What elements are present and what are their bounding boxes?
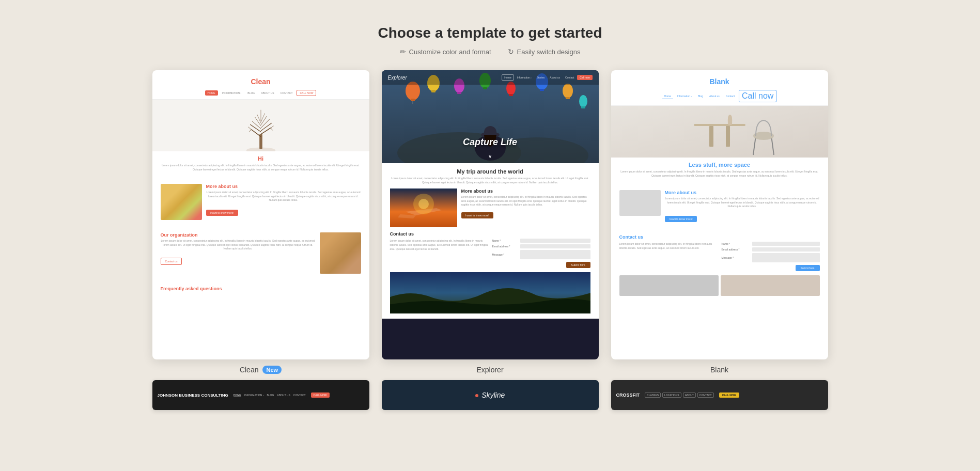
- explorer-landscape-image: [390, 272, 590, 313]
- blank-bottom-images: [611, 275, 828, 300]
- page-container: Choose a template to get started ✏ Custo…: [0, 0, 980, 471]
- blank-message-textarea[interactable]: [752, 253, 820, 262]
- explorer-about-text: More about us Lorem ipsum dolor sit amet…: [461, 189, 590, 227]
- svg-rect-46: [709, 126, 713, 147]
- clean-macarons-image: [161, 184, 202, 220]
- blank-message-label: Message *: [722, 256, 750, 259]
- explorer-name-input[interactable]: [520, 239, 590, 243]
- crossfit-nav-about: ABOUT: [683, 392, 696, 398]
- clean-nav-blog[interactable]: BLOG: [245, 90, 257, 96]
- blank-contact-section: Contact us Lorem ipsum dolor sit amet, c…: [611, 230, 828, 275]
- blank-more-about-section: More about us Lorem ipsum dolor sit amet…: [611, 186, 828, 230]
- explorer-hero: Explorer Home Information › Stories Abou…: [382, 70, 599, 163]
- explorer-message-row: Message *: [492, 250, 590, 259]
- blank-more-about-title: More about us: [665, 190, 820, 195]
- bottom-skyline-thumb[interactable]: Skyline: [382, 380, 599, 410]
- clean-nav-contact[interactable]: CONTACT: [278, 90, 295, 96]
- svg-point-42: [418, 199, 429, 209]
- explorer-contact-lorem: Lorem ipsum dolor sit amet, consectetur …: [390, 239, 488, 268]
- explorer-nav-items: Home Information › Stories About us Cont…: [502, 74, 592, 81]
- tree-illustration: [245, 107, 276, 151]
- explorer-contact-right: Name * Email address * Message *: [492, 239, 590, 268]
- skyline-dot: [475, 394, 478, 397]
- svg-point-33: [563, 84, 573, 98]
- clean-nav-home[interactable]: HOME: [205, 90, 218, 96]
- blank-know-more-button[interactable]: I want to know more!: [665, 216, 697, 222]
- clean-org-section: Our organization Lorem ipsum dolor sit a…: [152, 228, 369, 282]
- explorer-nav-stories[interactable]: Stories: [535, 75, 547, 80]
- explorer-preview[interactable]: Explorer Home Information › Stories Abou…: [382, 70, 599, 359]
- blank-email-label: Email address *: [722, 248, 750, 251]
- blank-nav-about[interactable]: About us: [707, 93, 722, 99]
- explorer-message-textarea[interactable]: [520, 250, 590, 259]
- svg-rect-28: [483, 87, 487, 89]
- crossfit-brand: CROSSFIT: [616, 392, 640, 398]
- explorer-nav-contact[interactable]: Contact: [563, 75, 576, 80]
- svg-rect-47: [726, 126, 730, 147]
- clean-nav-call[interactable]: CALL NOW: [297, 90, 316, 96]
- clean-more-about-section: More about us Lorem ipsum dolor sit amet…: [152, 180, 369, 228]
- bottom-clean-nav-blog: BLOG: [267, 394, 274, 397]
- clean-label[interactable]: Clean New: [240, 366, 282, 374]
- header: Choose a template to get started ✏ Custo…: [378, 0, 602, 70]
- clean-know-more-button[interactable]: I want to know more!: [206, 210, 238, 216]
- blank-name-label: Name *: [722, 242, 750, 245]
- blank-label-text: Blank: [710, 366, 728, 374]
- explorer-nav-call[interactable]: Call now: [577, 75, 592, 80]
- explorer-navbar: Explorer Home Information › Stories Abou…: [382, 70, 599, 85]
- clean-hi-lorem: Lorem ipsum dolor sit amet, consectetur …: [161, 164, 361, 171]
- clean-preview[interactable]: Clean HOME INFORMATION › BLOG ABOUT US C…: [152, 70, 369, 359]
- blank-nav-home[interactable]: Home: [662, 93, 673, 99]
- clean-new-badge: New: [262, 366, 282, 374]
- explorer-label[interactable]: Explorer: [476, 366, 503, 374]
- svg-line-16: [270, 128, 272, 131]
- explorer-label-text: Explorer: [476, 366, 503, 374]
- explorer-template-column: Explorer Home Information › Stories Abou…: [382, 70, 599, 374]
- svg-line-4: [250, 124, 261, 132]
- blank-contact-form: Lorem ipsum dolor sit amet, consectetur …: [619, 242, 820, 271]
- bottom-clean-nav-information: INFORMATION ›: [244, 394, 264, 397]
- svg-rect-30: [509, 94, 513, 96]
- blank-nav-contact[interactable]: Contact: [724, 93, 737, 99]
- blank-submit-button[interactable]: Submit form: [796, 265, 820, 271]
- pencil-icon: ✏: [400, 48, 406, 56]
- clean-nav-about[interactable]: ABOUT US: [259, 90, 276, 96]
- clean-more-about-text: More about us Lorem ipsum dolor sit amet…: [206, 184, 361, 216]
- svg-line-5: [261, 123, 272, 131]
- svg-rect-32: [540, 89, 544, 91]
- clean-two-col-1: More about us Lorem ipsum dolor sit amet…: [161, 184, 361, 220]
- explorer-submit-button[interactable]: Submit form: [566, 262, 590, 268]
- bottom-crossfit-thumb[interactable]: CROSSFIT CLASSES LOCATIONS ABOUT CONTACT…: [611, 380, 828, 410]
- svg-rect-26: [457, 92, 461, 94]
- blank-nav-information[interactable]: Information ›: [675, 93, 694, 99]
- explorer-nav-home[interactable]: Home: [502, 74, 514, 81]
- svg-rect-45: [694, 124, 745, 126]
- clean-org-lorem: Lorem ipsum dolor sit amet, consectetur …: [161, 239, 316, 251]
- blank-preview[interactable]: Blank Home Information › Blog About us C…: [611, 70, 828, 359]
- bottom-clean-inner: JOHNSON BUSINESS CONSULTING HOME INFORMA…: [152, 380, 369, 410]
- blank-name-input[interactable]: [752, 242, 820, 246]
- explorer-email-input[interactable]: [520, 244, 590, 248]
- blank-nav-blog[interactable]: Blog: [696, 93, 705, 99]
- clean-contact-button[interactable]: Contact us: [161, 258, 182, 265]
- explorer-image-section: More about us Lorem ipsum dolor sit amet…: [390, 189, 590, 227]
- clean-tree-scene: [152, 100, 369, 151]
- blank-email-row: Email address *: [722, 247, 820, 252]
- svg-line-10: [257, 114, 261, 123]
- svg-line-9: [261, 116, 267, 125]
- blank-nav-call[interactable]: Call now: [739, 90, 776, 102]
- clean-title: Clean: [157, 77, 365, 86]
- blank-label[interactable]: Blank: [710, 366, 728, 374]
- blank-template-header: Blank Home Information › Blog About us C…: [611, 70, 828, 106]
- explorer-know-more-button[interactable]: I want to know more!: [461, 212, 493, 218]
- explorer-nav-information[interactable]: Information ›: [515, 75, 534, 80]
- feature-1-text: Customize color and format: [409, 48, 491, 56]
- svg-line-11: [261, 113, 265, 122]
- svg-rect-24: [431, 90, 435, 92]
- explorer-nav-about[interactable]: About us: [548, 75, 562, 80]
- clean-nav-information[interactable]: INFORMATION ›: [220, 90, 244, 96]
- explorer-content: My trip around the world Lorem ipsum dol…: [382, 163, 599, 319]
- svg-line-7: [261, 119, 270, 128]
- blank-email-input[interactable]: [752, 247, 820, 252]
- bottom-clean-thumb[interactable]: JOHNSON BUSINESS CONSULTING HOME INFORMA…: [152, 380, 369, 410]
